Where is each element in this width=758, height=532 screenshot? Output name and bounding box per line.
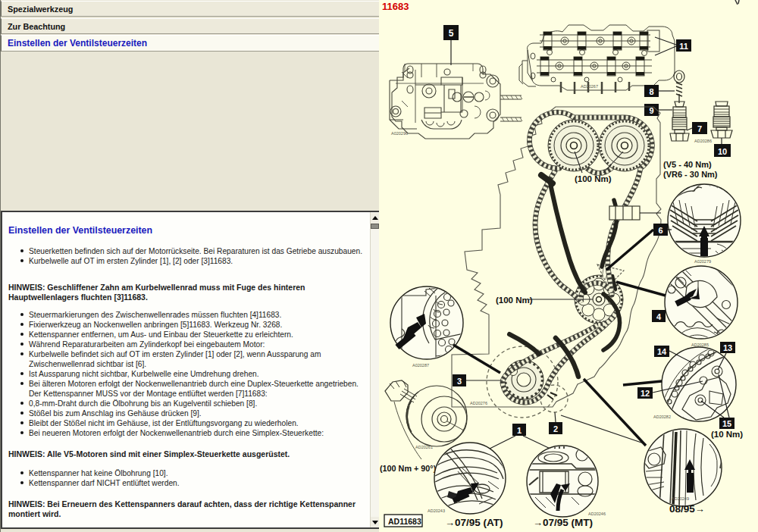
svg-text:A020279: A020279 — [694, 259, 711, 264]
svg-text:→07/95 (MT): →07/95 (MT) — [533, 517, 593, 528]
svg-text:(VR6 - 30 Nm): (VR6 - 30 Nm) — [663, 170, 718, 179]
svg-text:→07/95 (AT): →07/95 (AT) — [445, 517, 503, 528]
svg-text:(100 Nm): (100 Nm) — [496, 296, 533, 305]
svg-text:AD11683: AD11683 — [388, 517, 421, 526]
svg-text:12: 12 — [641, 389, 650, 398]
svg-text:4: 4 — [656, 312, 662, 321]
svg-text:10: 10 — [718, 147, 727, 156]
svg-text:11683: 11683 — [382, 1, 409, 12]
svg-text:AD20282: AD20282 — [653, 415, 671, 419]
svg-text:AD20246: AD20246 — [588, 512, 606, 516]
svg-text:1: 1 — [517, 426, 522, 435]
svg-text:14: 14 — [657, 347, 667, 356]
svg-text:7: 7 — [697, 124, 702, 133]
svg-text:AD20286: AD20286 — [694, 139, 712, 143]
svg-text:(100 Nm): (100 Nm) — [575, 174, 612, 183]
svg-text:08/95→: 08/95→ — [669, 503, 705, 515]
svg-text:11: 11 — [679, 42, 688, 51]
svg-text:AD20243: AD20243 — [428, 509, 445, 513]
svg-text:13: 13 — [723, 343, 732, 352]
svg-text:15: 15 — [722, 419, 731, 428]
svg-text:6: 6 — [658, 226, 662, 235]
svg-text:(V5 - 40 Nm): (V5 - 40 Nm) — [663, 160, 712, 169]
svg-text:(100 Nm + 90°): (100 Nm + 90°) — [380, 464, 437, 473]
svg-text:8: 8 — [649, 87, 653, 96]
svg-text:AD20261: AD20261 — [415, 445, 433, 449]
svg-text:AD20249: AD20249 — [672, 496, 689, 501]
svg-text:AD20285: AD20285 — [691, 343, 709, 347]
svg-text:(10 Nm): (10 Nm) — [711, 430, 743, 439]
svg-text:AD20276: AD20276 — [470, 401, 487, 405]
svg-text:5: 5 — [449, 28, 454, 39]
svg-text:AD20267: AD20267 — [581, 84, 598, 89]
svg-text:A020296: A020296 — [391, 131, 408, 136]
svg-text:3: 3 — [457, 377, 462, 386]
svg-text:A020287: A020287 — [412, 363, 429, 368]
svg-text:2: 2 — [553, 424, 558, 433]
